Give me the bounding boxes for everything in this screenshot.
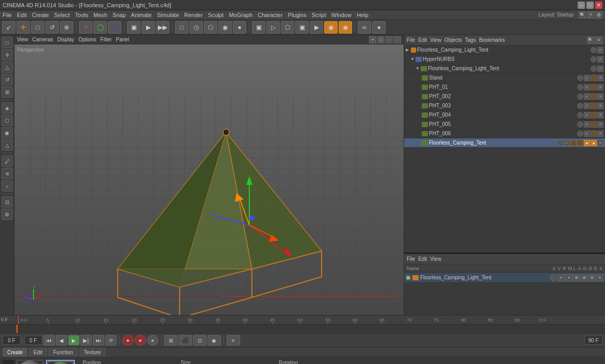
btn-record3[interactable]: ● xyxy=(147,335,158,345)
viewport-menu-panel[interactable]: Panel xyxy=(116,37,130,42)
sidebar-btn-1[interactable]: □ xyxy=(2,37,13,48)
tool-light[interactable]: ● xyxy=(233,21,246,34)
btn-extra1[interactable]: ⊞ xyxy=(164,335,178,345)
viewport-ctrl-dot2[interactable]: · xyxy=(394,36,401,43)
tool-render-anim[interactable]: ▶▶ xyxy=(156,21,169,34)
sidebar-btn-7[interactable]: ⬡ xyxy=(2,115,13,126)
omh-file[interactable]: File xyxy=(407,37,415,43)
menu-snap[interactable]: Snap xyxy=(113,12,126,18)
table-row[interactable]: PHT_01 · ✓ ✕ xyxy=(404,83,605,92)
obj-x[interactable]: ✕ xyxy=(597,121,603,128)
obj-tex1[interactable] xyxy=(591,121,597,128)
viewport-menu-display[interactable]: Display xyxy=(57,37,74,42)
help-icon[interactable]: ? xyxy=(587,11,594,19)
btn-record-red[interactable]: ● xyxy=(122,335,134,345)
obj-ctrl-check[interactable]: ✓ xyxy=(597,47,603,53)
prop-ctrl3[interactable]: ≡ xyxy=(565,274,572,281)
btn-record2[interactable]: ● xyxy=(135,335,146,345)
tool-y[interactable]: ◯ xyxy=(93,21,107,34)
obj-ctrl2[interactable]: ✓ xyxy=(584,75,590,81)
btn-play[interactable]: ▶ xyxy=(68,335,79,345)
obj-tex1[interactable] xyxy=(591,112,597,118)
tool-scale[interactable]: □ xyxy=(31,21,44,34)
obj-ctrl[interactable]: · xyxy=(577,121,583,128)
obj-ctrl2[interactable]: ✓ xyxy=(597,66,603,72)
btn-fps[interactable]: ≡ xyxy=(227,335,240,345)
menu-select[interactable]: Select xyxy=(54,12,70,18)
material-metal[interactable]: Metall xyxy=(17,360,43,364)
omh-icon1[interactable]: ≡ xyxy=(595,37,602,44)
obj-ctrl[interactable]: · xyxy=(591,66,597,72)
menu-character[interactable]: Character xyxy=(258,12,282,18)
tool-p6[interactable]: ◉ xyxy=(324,21,338,34)
menu-window[interactable]: Window xyxy=(331,12,352,18)
material-preview-metal[interactable] xyxy=(17,360,43,364)
obj-x[interactable]: ✕ xyxy=(597,140,603,146)
obj-ctrl[interactable]: · xyxy=(577,93,583,100)
sidebar-btn-5[interactable]: ⊞ xyxy=(2,86,13,98)
tab-texture[interactable]: Texture xyxy=(79,347,106,357)
obj-ctrl[interactable]: · xyxy=(577,84,583,90)
prop-ctrl2[interactable]: ≡ xyxy=(558,274,565,281)
settings-icon[interactable]: ⚙ xyxy=(595,11,602,19)
menu-simulate[interactable]: Simulate xyxy=(157,12,179,18)
obj-ctrl2[interactable]: ✓ xyxy=(564,140,570,146)
frame-input-end[interactable] xyxy=(584,336,602,345)
tab-edit[interactable]: Edit xyxy=(29,347,47,357)
tool-inf[interactable]: ∞ xyxy=(358,21,371,34)
table-row[interactable]: PHT_006 · ✓ ✕ xyxy=(404,129,605,138)
tool-render-view[interactable]: ▶ xyxy=(141,21,155,34)
btn-prev-frame[interactable]: ◀ xyxy=(56,335,67,345)
menu-edit[interactable]: Edit xyxy=(17,12,27,18)
scene-canvas[interactable]: Perspective X Y Z xyxy=(14,44,404,315)
omh-objects[interactable]: Objects xyxy=(444,37,462,43)
menu-mograph[interactable]: MoGraph xyxy=(229,12,252,18)
omh-view[interactable]: View xyxy=(430,37,441,43)
tool-rotate[interactable]: ↺ xyxy=(45,21,59,34)
viewport-ctrl-square[interactable]: □ xyxy=(377,36,385,43)
obj-x[interactable]: ✕ xyxy=(597,93,603,100)
btn-extra4[interactable]: ◉ xyxy=(208,335,221,345)
btn-next-frame[interactable]: ▶| xyxy=(81,335,92,345)
btn-extra3[interactable]: ⊡ xyxy=(193,335,206,345)
search-btn[interactable]: 🔍 xyxy=(579,11,586,19)
obj-tex1[interactable] xyxy=(570,140,577,146)
obj-ctrl[interactable]: · xyxy=(577,112,583,118)
tool-cube[interactable]: □ xyxy=(175,21,188,34)
obj-ctrl2[interactable]: ✓ xyxy=(584,93,590,100)
prop-expand[interactable]: ▶ xyxy=(406,275,411,280)
table-row[interactable]: PHT_004 · ✓ ✕ xyxy=(404,110,605,120)
menu-animate[interactable]: Animate xyxy=(131,12,152,18)
obj-tex1[interactable] xyxy=(591,93,597,100)
tool-dot[interactable]: ● xyxy=(372,21,386,34)
obj-prop-row[interactable]: ▶ Floorless_Camping_Light_Tent · ≡ ≡ ⊞ ⊞… xyxy=(404,273,605,283)
btn-loop[interactable]: ⟳ xyxy=(105,335,117,345)
menu-help[interactable]: Help xyxy=(357,12,369,18)
tool-camera[interactable]: ◉ xyxy=(218,21,232,34)
btn-step-fwd[interactable]: ⏭ xyxy=(93,335,104,345)
viewport-menu-view[interactable]: View xyxy=(17,37,28,42)
timeline-track[interactable] xyxy=(0,325,605,334)
sidebar-btn-8[interactable]: ◉ xyxy=(2,127,13,138)
sidebar-btn-14[interactable]: ⚙ xyxy=(2,209,13,220)
maximize-btn[interactable]: □ xyxy=(586,2,594,9)
tab-function[interactable]: Function xyxy=(49,347,77,357)
omh-bookmarks[interactable]: Bookmarks xyxy=(479,37,505,43)
viewport-menu-options[interactable]: Options xyxy=(78,37,96,42)
omb-view[interactable]: View xyxy=(430,256,441,262)
material-green[interactable]: Floorless_C xyxy=(46,360,75,364)
tool-p4[interactable]: ▣ xyxy=(295,21,309,34)
obj-v[interactable]: ✓ xyxy=(597,56,603,62)
obj-s[interactable]: · xyxy=(591,56,597,62)
menu-file[interactable]: File xyxy=(3,12,12,18)
obj-x[interactable]: ✕ xyxy=(597,131,603,137)
tool-move[interactable]: ✛ xyxy=(17,21,30,34)
obj-x[interactable]: ✕ xyxy=(597,112,603,118)
obj-x[interactable]: ✕ xyxy=(597,84,603,90)
menu-script[interactable]: Script xyxy=(312,12,326,18)
obj-ctrl[interactable]: · xyxy=(577,131,583,137)
obj-ctrl[interactable]: · xyxy=(577,75,583,81)
frame-input-start[interactable] xyxy=(24,336,42,345)
obj-ctrl2[interactable]: ✓ xyxy=(584,112,590,118)
tool-arrow[interactable]: ↙ xyxy=(2,21,15,34)
